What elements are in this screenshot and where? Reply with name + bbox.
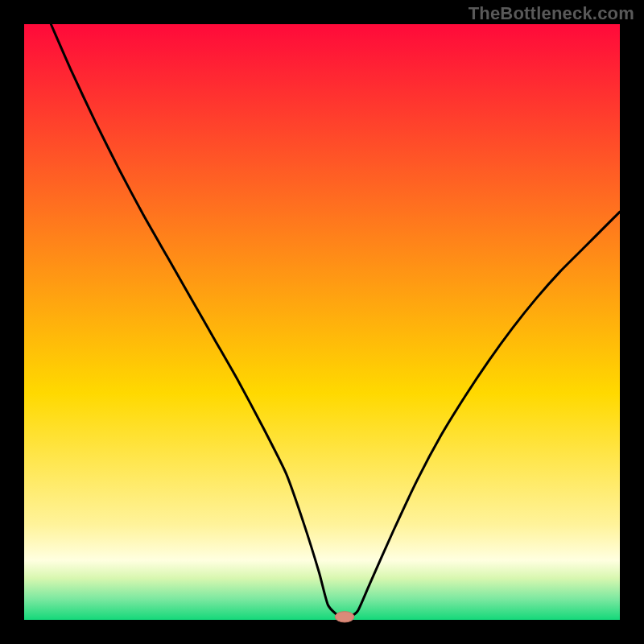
plot-background [24,24,620,620]
watermark-text: TheBottleneck.com [469,3,634,24]
optimal-point-marker [335,612,354,622]
bottleneck-chart [0,0,644,644]
chart-frame: TheBottleneck.com [0,0,644,644]
